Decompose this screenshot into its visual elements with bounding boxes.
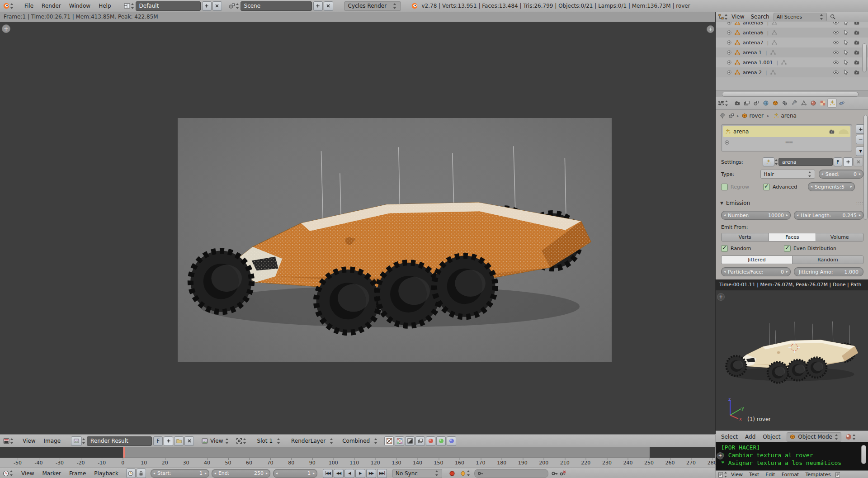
tab-material[interactable]	[808, 99, 818, 108]
display-layer-button[interactable]	[415, 436, 425, 446]
text-editor[interactable]: [POR HACER]* Cambiar textura al rover* A…	[716, 442, 868, 470]
channel-blue-button[interactable]	[447, 436, 456, 446]
render-toggle-icon[interactable]	[829, 128, 835, 135]
outliner-vscrollbar[interactable]	[862, 43, 867, 72]
play-reverse-button[interactable]: ◀	[344, 469, 354, 478]
emit-faces-button[interactable]: Faces	[769, 233, 816, 241]
selectability-icon[interactable]	[843, 49, 849, 56]
layer-stepper[interactable]	[330, 438, 334, 445]
visibility-eye-icon[interactable]	[833, 39, 839, 46]
editor-type-stepper[interactable]	[10, 3, 14, 9]
display-alpha-button[interactable]	[395, 436, 404, 446]
view-stepper[interactable]	[225, 438, 229, 445]
slot-expand-icon[interactable]	[724, 140, 730, 145]
slot-stepper[interactable]	[277, 438, 281, 445]
mode-selector[interactable]: Object Mode	[787, 432, 841, 442]
timeline-editor-icon[interactable]	[2, 470, 9, 477]
image-editor-icon[interactable]	[3, 437, 10, 445]
outliner-filter-selector[interactable]: All Scenes	[774, 13, 827, 21]
outliner-menu-item[interactable]: Search	[747, 14, 772, 20]
outliner-hscrollbar[interactable]	[722, 92, 859, 97]
renderability-icon[interactable]	[854, 59, 860, 66]
viewport-region-expand[interactable]: +	[717, 293, 725, 301]
expand-icon[interactable]	[726, 30, 732, 35]
breadcrumb-object[interactable]: rover	[750, 113, 764, 119]
blender-logo-icon[interactable]	[3, 2, 10, 9]
image-browse-button[interactable]	[71, 436, 82, 446]
even-distribution-checkbox[interactable]	[784, 245, 791, 252]
jump-to-start-button[interactable]: |◀◀	[323, 469, 333, 478]
visibility-eye-icon[interactable]	[833, 59, 839, 66]
emit-verts-button[interactable]: Verts	[722, 233, 769, 241]
outliner-item-row[interactable]: arena 1 |	[716, 47, 868, 57]
regrow-checkbox[interactable]	[721, 184, 728, 190]
viewport-menu-item[interactable]: Select	[717, 434, 741, 440]
text-editor-vscrollbar[interactable]	[861, 445, 866, 464]
selectability-icon[interactable]	[843, 69, 849, 76]
list-grip[interactable]: ══	[730, 139, 849, 146]
render-border-icon[interactable]	[236, 437, 243, 445]
renderability-icon[interactable]	[854, 69, 860, 76]
properties-editor-stepper[interactable]	[725, 100, 729, 107]
topbar-menu-item[interactable]: File	[20, 3, 38, 9]
visibility-eye-icon[interactable]	[833, 22, 839, 26]
use-preview-range-button[interactable]	[126, 469, 136, 478]
layout-selector[interactable]: Default	[136, 1, 201, 11]
random-checkbox[interactable]	[721, 245, 728, 252]
editor-switch-stepper[interactable]	[10, 438, 14, 445]
view-mode-selector[interactable]: View	[208, 438, 225, 444]
topbar-menu-item[interactable]: Render	[38, 3, 65, 9]
selectability-icon[interactable]	[843, 59, 849, 66]
particles-face-field[interactable]: ◂Particles/Face:0▸	[721, 267, 791, 276]
selectability-icon[interactable]	[843, 39, 849, 46]
text-props-icon[interactable]	[835, 472, 841, 478]
timeline-menu-item[interactable]: Playback	[90, 470, 123, 477]
new-image-button[interactable]	[164, 436, 173, 446]
outliner-menu-item[interactable]: View	[728, 14, 747, 20]
next-keyframe-button[interactable]: ▶▶	[366, 469, 376, 478]
particle-type-selector[interactable]: Hair	[760, 170, 815, 179]
tab-modifiers[interactable]	[789, 99, 799, 108]
outliner-editor-icon[interactable]	[718, 14, 724, 20]
properties-vscrollbar[interactable]	[863, 115, 868, 220]
keying-set-icon[interactable]	[459, 470, 467, 477]
lock-time-button[interactable]	[137, 469, 146, 478]
scene-selector[interactable]: Scene	[241, 1, 312, 11]
pivot-stepper[interactable]	[243, 438, 247, 445]
renderability-icon[interactable]	[854, 39, 860, 46]
topbar-menu-item[interactable]: Help	[94, 3, 115, 9]
sync-mode-selector[interactable]: No Sync	[392, 469, 442, 478]
outliner-editor-stepper[interactable]	[724, 14, 728, 20]
text-editor-menu-item[interactable]: Edit	[762, 472, 778, 478]
hair-length-field[interactable]: ◂Hair Length:0.245▸	[794, 211, 863, 220]
object-name[interactable]: arena 2	[743, 70, 762, 76]
particle-settings-name-field[interactable]: arena	[778, 158, 833, 166]
outliner-item-row[interactable]: antena5 |	[716, 22, 868, 28]
viewport-3d[interactable]: Time:00:01.11 | Mem:76.07M, Peak:76.07M …	[716, 279, 868, 431]
renderability-icon[interactable]	[854, 22, 860, 26]
image-stepper[interactable]	[82, 438, 86, 445]
object-name[interactable]: antena7	[743, 40, 764, 46]
auto-keyframe-icon[interactable]	[448, 470, 456, 477]
tab-render[interactable]	[732, 99, 742, 108]
visibility-eye-icon[interactable]	[833, 29, 839, 36]
particle-settings-browse[interactable]	[763, 157, 774, 166]
image-name-field[interactable]: Render Result	[87, 436, 152, 446]
breadcrumb-particle[interactable]: arena	[781, 113, 797, 119]
image-editor-menu-item[interactable]: View	[19, 438, 39, 444]
tab-render-layers[interactable]	[742, 99, 751, 108]
jump-to-end-button[interactable]: ▶▶|	[377, 469, 387, 478]
text-region-expand[interactable]: +	[717, 452, 724, 459]
insert-keyframe-icon[interactable]	[551, 470, 558, 477]
tab-physics[interactable]	[837, 99, 846, 108]
channel-red-button[interactable]	[426, 436, 435, 446]
tab-data[interactable]	[799, 99, 808, 108]
scene-stepper[interactable]	[236, 3, 240, 9]
tab-scene[interactable]	[751, 99, 761, 108]
active-keying-set-field[interactable]	[474, 469, 548, 478]
region-expand-button[interactable]: +	[2, 24, 10, 33]
text-editor-menu-item[interactable]: View	[728, 472, 746, 478]
segments-field[interactable]: ◂Segments:5▸	[808, 182, 855, 191]
pass-stepper[interactable]	[374, 438, 378, 445]
text-editor-line[interactable]: [POR HACER]	[721, 444, 868, 452]
